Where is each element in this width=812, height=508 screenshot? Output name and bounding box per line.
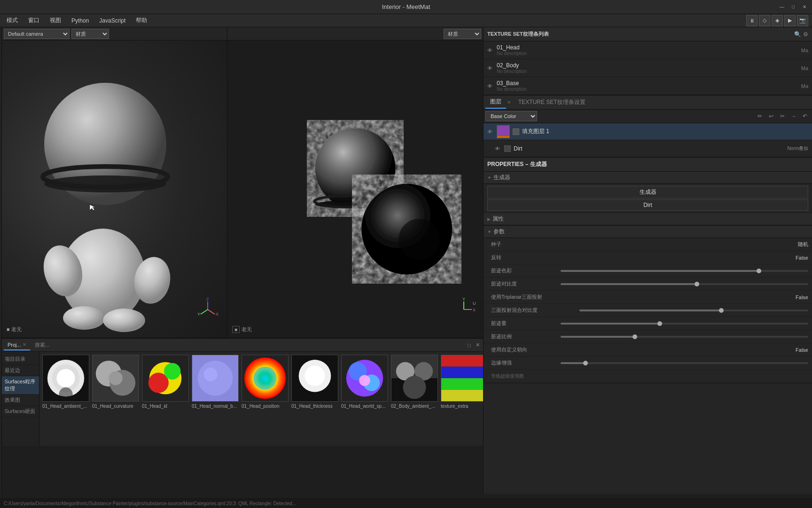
svg-line-10 (201, 310, 208, 314)
slider-dirt-contrast-thumb[interactable] (695, 282, 699, 286)
param-triplanar: 使用Triplanar三面投射 False (484, 291, 812, 304)
minimize-button[interactable]: — (778, 3, 786, 11)
right-panel: TEXTURE SET纹理条列表 🔍 ⚙ 👁 01_Head No descri… (483, 27, 812, 494)
viewport-status-left: ■ 老无 (7, 326, 22, 333)
slider-dirt-scale-track[interactable] (561, 336, 808, 338)
maximize-button[interactable]: □ (789, 3, 797, 11)
thumbnail-head-worldspace-img (341, 355, 388, 402)
asset-panel-header: Proj... ✕ 搜索... □ ✕ (2, 339, 483, 352)
viewport-3d[interactable]: Default camera 材质 (2, 27, 227, 338)
properties-header: PROPERTIES – 生成器 (484, 158, 812, 172)
asset-tab-proj[interactable]: Proj... ✕ (4, 340, 30, 350)
thumbnail-head-id[interactable]: 01_Head_id (142, 355, 189, 432)
camera-select[interactable]: Default camera (4, 29, 70, 39)
svg-point-6 (63, 306, 105, 330)
layer-item-dirt[interactable]: 👁 Dirt Norm叠加 (484, 140, 812, 157)
texture-sphere-canvas[interactable]: X Y U ■ 老无 (227, 40, 483, 338)
asset-sidebar-project[interactable]: 项目目录 (2, 354, 39, 365)
layer-tool-select[interactable]: ↩ (766, 111, 776, 121)
slider-triplanar-blend-thumb[interactable] (719, 308, 724, 313)
ts-head-suffix: Ma (801, 48, 808, 53)
ts-head-eye[interactable]: 👁 (487, 48, 494, 53)
thumbnail-head-ambient[interactable]: 01_Head_ambient_... (42, 355, 89, 432)
svg-rect-56 (441, 390, 483, 402)
texture-set-settings-icon[interactable]: ⚙ (803, 31, 808, 38)
generator-section-header[interactable]: ▼ 生成器 (484, 172, 812, 184)
menu-window[interactable]: 窗口 (23, 15, 44, 26)
layer-tool-undo[interactable]: ↶ (800, 111, 810, 121)
slider-triplanar-blend-track[interactable] (579, 310, 808, 311)
texture-set-item-base[interactable]: 👁 03_Base No description Ma (484, 77, 812, 95)
shading-select[interactable]: 材质 (71, 29, 109, 39)
slider-dirt-scale-thumb[interactable] (632, 334, 637, 339)
thumbnail-head-position[interactable]: 01_Head_position (242, 355, 289, 432)
slider-dirt-amount-track[interactable] (561, 323, 808, 325)
tab-close-layers[interactable]: ✕ (507, 100, 511, 105)
ts-base-eye[interactable]: 👁 (487, 83, 494, 89)
thumbnail-head-thickness[interactable]: 01_Head_thickness (291, 355, 338, 432)
slider-triplanar-blend-fill (579, 310, 721, 311)
svg-point-43 (310, 371, 320, 381)
screenshot-button[interactable]: 📷 (797, 15, 808, 26)
slider-dirt-color-fill (561, 270, 759, 272)
tab-texture-settings[interactable]: TEXTURE SET纹理条设置 (514, 96, 590, 108)
asset-sidebar-hard[interactable]: Surfaces硬面 (2, 406, 39, 417)
viewport-texture[interactable]: 材质 (227, 27, 483, 338)
tab-layers[interactable]: 图层 (485, 96, 506, 109)
layer-tool-paint[interactable]: ✏ (755, 111, 765, 121)
thumbnail-body-ambient[interactable]: 02_Body_ambient_... (391, 355, 438, 432)
asset-sidebar-surfaces[interactable]: Surfaces程序纹理 (2, 376, 39, 395)
camera-button[interactable]: ▶ (784, 15, 796, 26)
thumbnail-head-normal[interactable]: 01_Head_normal_b... (192, 355, 239, 432)
ts-body-eye[interactable]: 👁 (487, 65, 494, 71)
asset-panel-close[interactable]: ✕ (474, 341, 481, 349)
render-mode-button[interactable]: ◇ (759, 15, 770, 26)
asset-tab-proj-close[interactable]: ✕ (23, 342, 26, 347)
asset-panel: Proj... ✕ 搜索... □ ✕ 项目目录 最近边 (2, 338, 483, 446)
layer-fill1-eye[interactable]: 👁 (487, 129, 494, 135)
thumbnail-head-id-name: 01_Head_id (142, 403, 189, 409)
texture-spheres-svg (227, 40, 483, 338)
slider-dirt-amount-thumb[interactable] (657, 321, 662, 326)
asset-grid[interactable]: 01_Head_ambient_... 01_He (39, 352, 483, 446)
menu-help[interactable]: 帮助 (131, 15, 152, 26)
attributes-section-header[interactable]: ▶ 属性 (484, 213, 812, 225)
pause-button[interactable]: ⏸ (746, 15, 757, 26)
layer-dirt-eye[interactable]: 👁 (495, 146, 501, 151)
slider-edge-enhance-thumb[interactable] (583, 361, 588, 365)
thumbnail-head-curvature[interactable]: 01_Head_curvature (92, 355, 139, 432)
thumbnail-extra[interactable]: texture_extra (441, 355, 483, 432)
menu-python[interactable]: Python (67, 16, 94, 26)
texture-material-select[interactable]: 材质 (444, 29, 481, 39)
params-section-header[interactable]: ▼ 参数 (484, 226, 812, 238)
asset-sidebar-recent[interactable]: 最近边 (2, 365, 39, 376)
slider-dirt-amount-fill (561, 323, 660, 325)
layer-tool-mask[interactable]: ✂ (777, 111, 788, 121)
texture-set-search-icon[interactable]: 🔍 (794, 31, 801, 38)
layer-item-fill1[interactable]: 👁 填充图层 1 (484, 123, 812, 140)
attributes-section: ▶ 属性 (484, 213, 812, 226)
texture-set-item-head[interactable]: 👁 01_Head No description Ma (484, 41, 812, 59)
slider-dirt-color-thumb[interactable] (757, 269, 761, 273)
asset-sidebar-effects[interactable]: 效果图 (2, 395, 39, 406)
asset-tab-search[interactable]: 搜索... (31, 340, 53, 350)
slider-edge-enhance-track[interactable] (561, 362, 808, 364)
layer-dirt-name: Dirt (514, 145, 785, 152)
menu-javascript[interactable]: JavaScript (94, 16, 130, 26)
slider-dirt-color-track[interactable] (561, 270, 808, 272)
ts-head-desc: No description (497, 51, 798, 56)
slider-dirt-contrast-track[interactable] (561, 283, 808, 285)
channel-select[interactable]: Base Color (485, 111, 537, 121)
material-button[interactable]: ◈ (772, 15, 783, 26)
svg-point-47 (359, 375, 370, 386)
close-button[interactable]: ✕ (801, 3, 808, 11)
slider-dirt-contrast-fill (561, 283, 697, 285)
slider-dirt-scale: 脏迹比例 (484, 330, 812, 343)
layer-tool-arrow[interactable]: → (789, 111, 799, 121)
texture-set-item-body[interactable]: 👁 02_Body No description Ma (484, 59, 812, 77)
menu-mode[interactable]: 模式 (2, 15, 23, 26)
3d-viewport-canvas[interactable]: X Y Z ■ 老无 (2, 40, 227, 338)
menu-view[interactable]: 视图 (45, 15, 66, 26)
thumbnail-head-worldspace[interactable]: 01_Head_world_sp... (341, 355, 388, 432)
asset-panel-resize[interactable]: □ (465, 341, 473, 349)
